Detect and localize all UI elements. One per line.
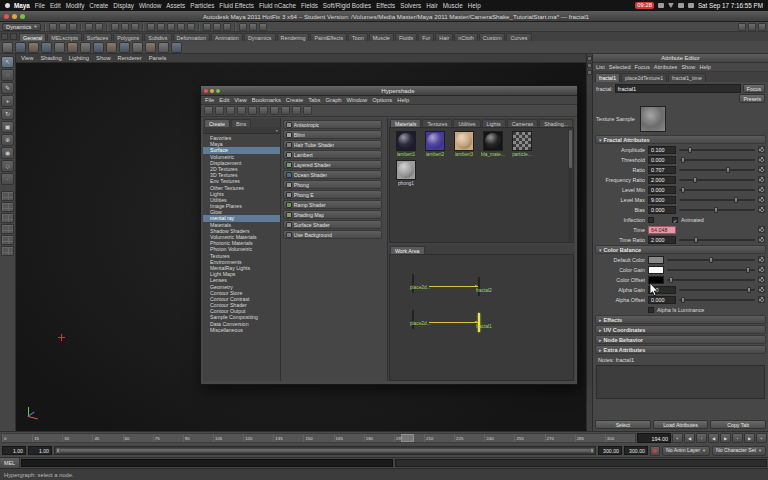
hypershade-menu-item[interactable]: Create xyxy=(286,97,303,103)
panel-splitter[interactable] xyxy=(586,54,593,431)
material-swatch[interactable] xyxy=(396,131,416,151)
ipr-render-icon[interactable] xyxy=(249,23,257,31)
attribute-editor-menu-item[interactable]: List xyxy=(596,64,605,70)
select-by-component-icon[interactable] xyxy=(131,23,139,31)
attribute-editor-toggle-icon[interactable] xyxy=(758,23,766,31)
color-swatch[interactable] xyxy=(648,266,664,274)
scrollbar[interactable] xyxy=(568,129,572,241)
panel-toggle-icon[interactable] xyxy=(587,63,592,68)
select-by-object-icon[interactable] xyxy=(121,23,129,31)
minimize-window-button[interactable] xyxy=(210,89,214,93)
menu-bar-item[interactable]: Solvers xyxy=(400,2,421,9)
create-shader-button[interactable]: Hair Tube Shader xyxy=(283,140,382,149)
playback-control-button[interactable]: ‹ xyxy=(696,433,707,443)
shelf-icon[interactable] xyxy=(80,42,91,53)
slider-knob[interactable] xyxy=(747,287,751,293)
attribute-value-field[interactable]: 0.000 xyxy=(648,186,676,194)
menu-bar-item[interactable]: Particles xyxy=(190,2,214,9)
show-output-connections-icon[interactable] xyxy=(270,106,279,115)
create-panel-tab[interactable]: Bins xyxy=(231,119,251,127)
snap-to-view-plane-icon[interactable] xyxy=(177,23,185,31)
attribute-slider[interactable] xyxy=(667,266,755,274)
slider-knob[interactable] xyxy=(734,197,738,203)
menu-bar-item[interactable]: Hair xyxy=(426,2,438,9)
shelf-tab[interactable]: Curves xyxy=(506,33,531,41)
presets-button[interactable]: Presets xyxy=(739,94,765,103)
input-connections-icon[interactable] xyxy=(203,23,211,31)
work-area-node-graph[interactable]: place2d... fractal2 place2d... fractal1 xyxy=(389,254,574,381)
shelf-icon[interactable] xyxy=(132,42,143,53)
output-connections-icon[interactable] xyxy=(213,23,221,31)
close-window-button[interactable] xyxy=(4,14,9,19)
map-texture-button[interactable] xyxy=(758,166,765,173)
attribute-slider[interactable] xyxy=(667,276,755,284)
menu-bar-item[interactable]: File xyxy=(35,2,45,9)
animated-checkbox[interactable]: ✓ xyxy=(672,217,678,223)
slider-knob[interactable] xyxy=(746,267,750,273)
hypershade-titlebar[interactable]: Hypershade xyxy=(201,86,577,96)
wifi-icon[interactable] xyxy=(668,3,674,8)
show-input-output-connections-icon[interactable] xyxy=(281,106,290,115)
layout-four-view-button[interactable] xyxy=(1,202,14,212)
lasso-tool-icon[interactable] xyxy=(1,69,14,81)
create-shader-button[interactable]: Shading Map xyxy=(283,210,382,219)
time-value-field[interactable]: 64.048 xyxy=(648,226,676,234)
show-input-connections-icon[interactable] xyxy=(259,106,268,115)
save-scene-icon[interactable] xyxy=(69,23,77,31)
hypershade-menu-item[interactable]: Help xyxy=(397,97,409,103)
work-area-tab[interactable]: Work Area xyxy=(390,246,425,254)
hypershade-menu-item[interactable]: View xyxy=(234,97,246,103)
attribute-editor-menu-item[interactable]: Focus xyxy=(635,64,650,70)
command-input-field[interactable] xyxy=(21,459,393,467)
hypershade-menu-item[interactable]: Tabs xyxy=(308,97,320,103)
shelf-tab[interactable]: Rendering xyxy=(277,33,310,41)
create-shader-button[interactable]: Ramp Shader xyxy=(283,200,382,209)
channel-box-toggle-icon[interactable] xyxy=(748,23,756,31)
scene-tab[interactable]: Lights xyxy=(482,119,506,127)
copy-tab-button[interactable]: Copy Tab xyxy=(710,420,766,429)
open-scene-icon[interactable] xyxy=(59,23,67,31)
shading-node[interactable]: place2d... xyxy=(412,311,429,329)
anim-layer-dropdown[interactable]: No Anim Layer▼ xyxy=(662,446,710,456)
attribute-slider[interactable] xyxy=(679,166,755,174)
previous-graph-icon[interactable] xyxy=(204,106,213,115)
viewport-menu-item[interactable]: Lighting xyxy=(69,55,89,61)
viewport-menu-item[interactable]: Show xyxy=(96,55,111,61)
layout-persp-outliner-button[interactable] xyxy=(1,213,14,223)
select-by-hierarchy-icon[interactable] xyxy=(111,23,119,31)
rearrange-graph-icon[interactable] xyxy=(237,106,246,115)
menu-bar-item[interactable]: Fluid nCache xyxy=(259,2,296,9)
shelf-menu-icon[interactable] xyxy=(1,33,8,40)
shading-node[interactable]: fractal2 xyxy=(478,278,495,296)
attribute-value-field[interactable]: 2.000 xyxy=(648,176,676,184)
create-shader-button[interactable]: Blinn xyxy=(283,130,382,139)
uv-coordinates-section-header[interactable]: UV Coordinates xyxy=(595,325,766,334)
create-category-dropdown[interactable] xyxy=(203,127,280,134)
battery-icon[interactable] xyxy=(678,3,684,8)
filter-icon[interactable] xyxy=(303,106,312,115)
anim-start-field[interactable]: 1.00 xyxy=(28,446,52,455)
range-handle-left[interactable] xyxy=(56,448,60,453)
universal-manipulator-icon[interactable] xyxy=(1,134,14,146)
node-swatch[interactable] xyxy=(478,313,480,332)
attribute-value-field[interactable]: 0.707 xyxy=(648,166,676,174)
snap-to-grid-icon[interactable] xyxy=(147,23,155,31)
node-swatch[interactable] xyxy=(478,277,480,296)
attribute-value-field[interactable]: 0.000 xyxy=(648,206,676,214)
spotlight-icon[interactable] xyxy=(688,3,694,8)
hypershade-menu-item[interactable]: Graph xyxy=(325,97,341,103)
attribute-slider[interactable] xyxy=(679,146,755,154)
mel-language-toggle[interactable]: MEL xyxy=(0,458,20,468)
shelf-icon[interactable] xyxy=(145,42,156,53)
scene-tab[interactable]: Textures xyxy=(422,119,452,127)
zoom-window-button[interactable] xyxy=(216,89,220,93)
playback-control-button[interactable]: › xyxy=(732,433,743,443)
create-shader-button[interactable]: Surface Shader xyxy=(283,220,382,229)
attribute-slider[interactable] xyxy=(679,176,755,184)
slider-knob[interactable] xyxy=(681,157,685,163)
scene-tab[interactable]: Cameras xyxy=(507,119,539,127)
viewport-menu-item[interactable]: Panels xyxy=(149,55,167,61)
attribute-editor-node-tab[interactable]: place2dTexture1 xyxy=(621,73,667,82)
fractal-attributes-section-header[interactable]: Fractal Attributes xyxy=(595,135,766,144)
maya-window-titlebar[interactable]: Autodesk Maya 2011 HotFix 3 x64 – Studen… xyxy=(0,11,768,22)
